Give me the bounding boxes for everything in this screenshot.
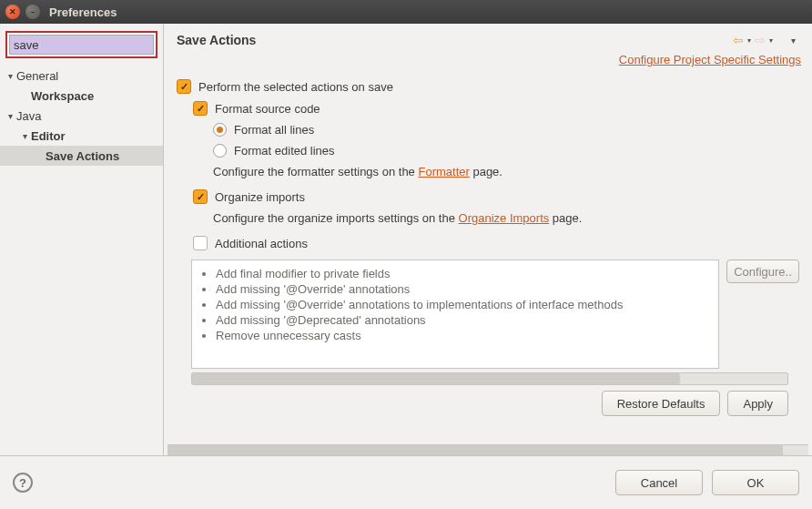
- search-input[interactable]: [14, 38, 167, 52]
- tree-item-label: Editor: [31, 129, 66, 143]
- outer-horizontal-scrollbar[interactable]: [167, 444, 808, 455]
- view-menu-icon[interactable]: ▾: [787, 35, 799, 46]
- ok-button[interactable]: OK: [712, 470, 799, 495]
- page-title: Save Actions: [177, 33, 733, 47]
- search-highlight-frame: ✕: [5, 31, 157, 58]
- minimize-icon[interactable]: –: [25, 5, 40, 19]
- additional-action-item: Remove unnecessary casts: [216, 328, 709, 343]
- format-edited-lines-label: Format edited lines: [234, 144, 335, 158]
- organize-hint-a: Configure the organize imports settings …: [213, 211, 459, 225]
- format-all-lines-label: Format all lines: [234, 123, 314, 137]
- configure-project-settings-link[interactable]: Configure Project Specific Settings: [619, 53, 801, 66]
- tree-twisty-icon[interactable]: ▾: [4, 111, 16, 121]
- tree-item-general[interactable]: ▾General: [0, 66, 163, 86]
- dialog-footer: ? Cancel OK: [0, 456, 812, 509]
- formatter-hint-b: page.: [470, 165, 502, 178]
- format-edited-lines-radio[interactable]: [213, 144, 227, 158]
- perform-on-save-checkbox[interactable]: [177, 79, 191, 94]
- tree-item-label: Workspace: [31, 89, 94, 103]
- tree-item-editor[interactable]: ▾Editor: [0, 126, 163, 146]
- formatter-hint: Configure the formatter settings on the …: [177, 161, 799, 186]
- tree-item-label: Java: [16, 109, 41, 123]
- nav-back-icon[interactable]: ⇦: [733, 33, 744, 47]
- perform-on-save-row: Perform the selected actions on save: [177, 76, 799, 97]
- additional-actions-list: Add final modifier to private fieldsAdd …: [191, 260, 719, 369]
- tree-twisty-icon[interactable]: ▾: [18, 131, 31, 141]
- perform-on-save-label: Perform the selected actions on save: [198, 80, 393, 94]
- format-source-row: Format source code: [177, 97, 799, 119]
- nav-forward-icon[interactable]: ⇨: [755, 33, 766, 47]
- formatter-link[interactable]: Formatter: [418, 165, 469, 178]
- search-field-container: ✕: [9, 35, 154, 55]
- cancel-button[interactable]: Cancel: [615, 470, 703, 495]
- tree-item-java[interactable]: ▾Java: [0, 106, 163, 126]
- organize-hint-b: page.: [549, 211, 582, 225]
- help-icon[interactable]: ?: [13, 473, 33, 493]
- project-link-row: Configure Project Specific Settings: [164, 53, 812, 72]
- organize-imports-hint: Configure the organize imports settings …: [177, 208, 799, 232]
- additional-actions-row: Additional actions: [177, 232, 799, 254]
- formatter-hint-a: Configure the formatter settings on the: [213, 165, 418, 178]
- additional-actions-area: Add final modifier to private fieldsAdd …: [177, 254, 799, 369]
- organize-imports-row: Organize imports: [177, 186, 799, 208]
- nav-icon-group: ⇦ ▾ ⇨ ▾ ▾: [733, 33, 799, 47]
- organize-imports-checkbox[interactable]: [193, 189, 208, 204]
- content-split: ✕ ▾GeneralWorkspace▾Java▾EditorSave Acti…: [0, 24, 812, 456]
- main-header: Save Actions ⇦ ▾ ⇨ ▾ ▾: [164, 24, 812, 53]
- format-all-lines-row: Format all lines: [177, 119, 799, 140]
- sidebar: ✕ ▾GeneralWorkspace▾Java▾EditorSave Acti…: [0, 24, 164, 455]
- apply-button[interactable]: Apply: [727, 391, 788, 416]
- restore-apply-row: Restore Defaults Apply: [177, 385, 799, 416]
- tree-item-workspace[interactable]: Workspace: [0, 86, 163, 106]
- additional-action-item: Add missing '@Override' annotations: [216, 281, 709, 297]
- additional-action-item: Add missing '@Override' annotations to i…: [216, 297, 709, 312]
- additional-action-item: Add final modifier to private fields: [216, 266, 709, 281]
- inner-horizontal-scrollbar[interactable]: [191, 372, 788, 385]
- main-panel: Save Actions ⇦ ▾ ⇨ ▾ ▾ Configure Project…: [164, 24, 812, 455]
- format-all-lines-radio[interactable]: [213, 123, 227, 137]
- organize-imports-link[interactable]: Organize Imports: [459, 211, 550, 225]
- preferences-tree[interactable]: ▾GeneralWorkspace▾Java▾EditorSave Action…: [0, 64, 163, 455]
- format-source-label: Format source code: [215, 102, 320, 116]
- additional-actions-label: Additional actions: [215, 237, 308, 250]
- format-source-checkbox[interactable]: [193, 101, 208, 116]
- additional-actions-checkbox[interactable]: [193, 236, 208, 250]
- organize-imports-label: Organize imports: [215, 190, 305, 204]
- format-edited-lines-row: Format edited lines: [177, 140, 799, 161]
- window-title: Preferences: [49, 5, 117, 19]
- window-titlebar: ✕ – Preferences: [0, 0, 812, 24]
- configure-additional-button: Configure..: [726, 260, 799, 283]
- tree-twisty-icon[interactable]: ▾: [4, 71, 16, 81]
- additional-action-item: Add missing '@Deprecated' annotations: [216, 312, 709, 328]
- nav-forward-dropdown-icon[interactable]: ▾: [769, 36, 773, 45]
- nav-back-dropdown-icon[interactable]: ▾: [747, 36, 751, 45]
- close-icon[interactable]: ✕: [5, 5, 20, 19]
- options-area: Perform the selected actions on save For…: [164, 72, 812, 441]
- tree-item-save-actions[interactable]: Save Actions: [0, 146, 163, 166]
- tree-item-label: Save Actions: [46, 149, 119, 163]
- tree-item-label: General: [16, 69, 58, 83]
- restore-defaults-button[interactable]: Restore Defaults: [602, 391, 721, 416]
